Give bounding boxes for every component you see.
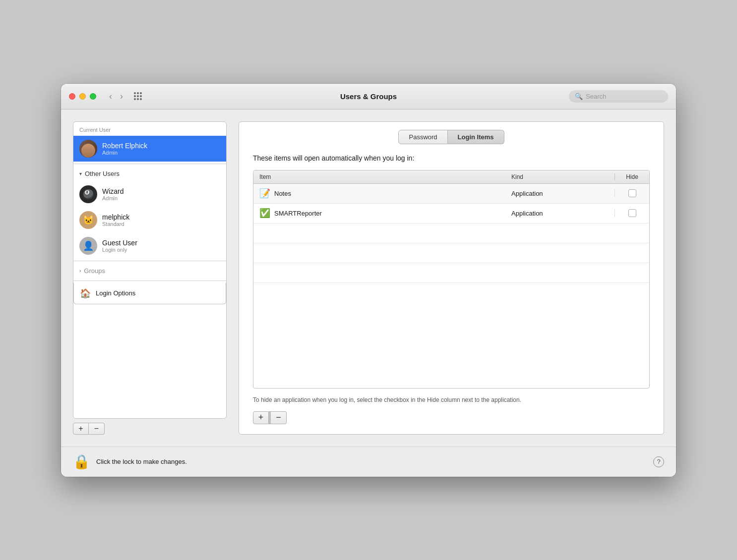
add-item-button[interactable]: +: [253, 411, 269, 424]
cell-item-smart: ✅ SMARTReporter: [253, 208, 505, 219]
avatar: 🎱: [79, 185, 97, 203]
current-user-item[interactable]: Robert Elphick Admin: [73, 136, 226, 162]
item-name-notes: Notes: [274, 190, 291, 197]
window-title: Users & Groups: [340, 92, 397, 101]
user-info: Guest User Login only: [102, 239, 220, 253]
window: ‹ › Users & Groups 🔍 Current User: [61, 84, 676, 477]
login-options-label: Login Options: [96, 289, 135, 297]
panel-description: These items will open automatically when…: [253, 154, 650, 162]
tabs-row: Password Login Items: [239, 122, 664, 144]
item-name-smart: SMARTReporter: [274, 210, 322, 217]
hide-checkbox-smart[interactable]: [628, 209, 636, 217]
user-item-wizard[interactable]: 🎱 Wizard Admin: [73, 181, 226, 207]
remove-item-button[interactable]: −: [271, 411, 287, 424]
other-users-toggle[interactable]: ▾ Other Users: [73, 166, 226, 181]
user-item-melphick[interactable]: 🐱 melphick Standard: [73, 207, 226, 233]
table-row: 📝 Notes Application: [253, 184, 649, 204]
user-role: Admin: [102, 150, 220, 156]
search-box[interactable]: 🔍: [569, 90, 668, 103]
user-name: melphick: [102, 213, 220, 221]
login-options-item[interactable]: 🏠 Login Options: [73, 283, 226, 304]
cell-item-notes: 📝 Notes: [253, 188, 505, 199]
hide-checkbox-notes[interactable]: [628, 189, 636, 197]
avatar: [79, 140, 97, 158]
login-items-table: Item Kind Hide 📝 Notes Application: [253, 170, 650, 389]
empty-row: [253, 243, 649, 263]
search-input[interactable]: [586, 93, 662, 100]
user-role: Login only: [102, 247, 220, 253]
col-header-kind: Kind: [505, 173, 614, 180]
help-button[interactable]: ?: [653, 456, 664, 467]
search-icon: 🔍: [575, 93, 583, 100]
empty-row: [253, 224, 649, 243]
panel-content: These items will open automatically when…: [239, 144, 664, 434]
col-header-item: Item: [253, 173, 505, 180]
table-row: ✅ SMARTReporter Application: [253, 204, 649, 224]
grid-button[interactable]: [132, 90, 144, 102]
traffic-lights: [69, 93, 96, 100]
lock-icon: 🔒: [73, 455, 90, 469]
current-user-label: Current User: [73, 122, 226, 136]
titlebar: ‹ › Users & Groups 🔍: [61, 84, 676, 110]
minimize-button[interactable]: [79, 93, 86, 100]
user-role: Standard: [102, 221, 220, 227]
cell-kind-notes: Application: [505, 190, 614, 197]
tab-password[interactable]: Password: [398, 130, 447, 144]
chevron-down-icon: ▾: [79, 171, 82, 176]
user-item-guest[interactable]: 👤 Guest User Login only: [73, 233, 226, 259]
col-header-hide: Hide: [614, 173, 649, 180]
user-role: Admin: [102, 195, 220, 201]
remove-user-button[interactable]: −: [89, 423, 105, 435]
back-button[interactable]: ‹: [106, 90, 115, 103]
user-name: Guest User: [102, 239, 220, 247]
user-info: melphick Standard: [102, 213, 220, 227]
notes-icon: 📝: [259, 188, 270, 199]
maximize-button[interactable]: [90, 93, 96, 100]
cell-hide-smart: [614, 209, 649, 217]
grid-icon: [134, 92, 142, 100]
empty-row: [253, 263, 649, 283]
user-name: Wizard: [102, 187, 220, 195]
user-info: Robert Elphick Admin: [102, 142, 220, 156]
avatar: 🐱: [79, 211, 97, 229]
tab-login-items[interactable]: Login Items: [448, 130, 504, 144]
divider: [73, 164, 226, 164]
close-button[interactable]: [69, 93, 75, 100]
divider: [73, 261, 226, 261]
user-name: Robert Elphick: [102, 142, 220, 150]
cell-kind-smart: Application: [505, 210, 614, 217]
forward-button[interactable]: ›: [117, 90, 126, 103]
house-icon: 🏠: [80, 288, 91, 299]
nav-buttons: ‹ ›: [106, 90, 126, 103]
lock-text: Click the lock to make changes.: [96, 458, 187, 465]
action-buttons: + | −: [253, 411, 650, 424]
avatar: 👤: [79, 237, 97, 255]
empty-row: [253, 283, 649, 303]
sidebar: Current User Robert Elphick Admin ▾ Othe…: [73, 121, 227, 435]
cell-hide-notes: [614, 189, 649, 197]
empty-rows: [253, 224, 649, 303]
add-user-button[interactable]: +: [73, 423, 89, 435]
divider: [73, 280, 226, 281]
lock-area[interactable]: 🔒 Click the lock to make changes.: [73, 455, 187, 469]
main-content: Current User Robert Elphick Admin ▾ Othe…: [61, 110, 676, 447]
other-users-label: Other Users: [85, 170, 120, 177]
smartreporter-icon: ✅: [259, 208, 270, 219]
chevron-right-icon: ›: [79, 268, 81, 274]
groups-toggle[interactable]: › Groups: [73, 263, 226, 279]
main-panel: Password Login Items These items will op…: [239, 121, 664, 435]
user-info: Wizard Admin: [102, 187, 220, 201]
hide-description: To hide an application when you log in, …: [253, 395, 650, 404]
bottom-bar: 🔒 Click the lock to make changes. ?: [61, 447, 676, 477]
table-header: Item Kind Hide: [253, 170, 649, 184]
user-list: Current User Robert Elphick Admin ▾ Othe…: [73, 121, 227, 419]
groups-label: Groups: [84, 267, 105, 275]
sidebar-bottom-buttons: + −: [73, 423, 227, 435]
